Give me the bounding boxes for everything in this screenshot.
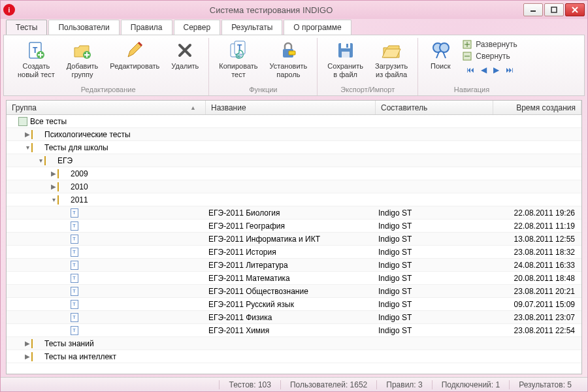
- nav-prev-icon[interactable]: ◀: [481, 65, 487, 74]
- folder-row[interactable]: ▾ЕГЭ: [7, 154, 581, 167]
- content-area: Группа▲ Название Составитель Время созда…: [6, 100, 582, 374]
- cell-date: 13.08.2011 12:55: [493, 235, 581, 244]
- folder-row[interactable]: ▾Тесты для школы: [7, 141, 581, 154]
- expander-icon[interactable]: ▶: [24, 353, 31, 360]
- test-row[interactable]: ЕГЭ-2011 ОбществознаниеIndigo ST23.08.20…: [7, 285, 581, 298]
- delete-icon: [174, 40, 195, 61]
- folder-icon: [57, 195, 68, 204]
- node-label: Тесты на интеллект: [44, 352, 116, 361]
- copy-test-button[interactable]: TКопироватьтест: [214, 38, 262, 81]
- status-users: Пользователей: 1652: [280, 380, 376, 389]
- col-name[interactable]: Название: [206, 101, 376, 114]
- cell-date: 22.08.2011 19:26: [493, 208, 581, 218]
- expander-icon[interactable]: ▶: [50, 183, 57, 190]
- nav-next-icon[interactable]: ▶: [493, 65, 499, 74]
- col-author[interactable]: Составитель: [376, 101, 493, 114]
- set-password-icon: [278, 40, 299, 61]
- expander-icon[interactable]: ▾: [50, 196, 57, 203]
- cell-name: ЕГЭ-2011 Информатика и ИКТ: [206, 235, 376, 244]
- cell-name: ЕГЭ-2011 Русский язык: [206, 300, 376, 309]
- cell-name: ЕГЭ-2011 История: [206, 248, 376, 257]
- folder-row[interactable]: ▶2009: [7, 167, 581, 180]
- cell-name: ЕГЭ-2011 Литература: [206, 261, 376, 270]
- test-row[interactable]: ЕГЭ-2011 МатематикаIndigo ST20.08.2011 1…: [7, 272, 581, 285]
- test-row[interactable]: ЕГЭ-2011 ГеографияIndigo ST22.08.2011 11…: [7, 220, 581, 233]
- folder-row[interactable]: Все тесты: [7, 115, 581, 128]
- nav-last-icon[interactable]: ⏭: [506, 65, 514, 74]
- ribbon-group-Функции: TКопироватьтестУстановитьпарольФункции: [209, 38, 318, 95]
- test-tree[interactable]: Все тесты▶Психологические тесты▾Тесты дл…: [7, 115, 581, 374]
- folder-row[interactable]: ▾2011: [7, 193, 581, 206]
- search-button[interactable]: Поиск: [423, 38, 457, 73]
- svg-rect-14: [341, 43, 350, 48]
- test-row[interactable]: ЕГЭ-2011 ЛитератураIndigo ST24.08.2011 1…: [7, 259, 581, 272]
- status-tests: Тестов: 103: [219, 380, 280, 389]
- edit-label: Редактировать: [110, 62, 159, 71]
- folder-icon: [31, 352, 42, 361]
- tab-Тесты[interactable]: Тесты: [6, 20, 47, 35]
- collapse-all-button[interactable]: Свернуть: [460, 51, 520, 61]
- folder-icon: [57, 169, 68, 178]
- col-group-label: Группа: [12, 103, 37, 112]
- search-icon: [430, 40, 451, 61]
- test-row[interactable]: ЕГЭ-2011 ИсторияIndigo ST23.08.2011 18:3…: [7, 246, 581, 259]
- expander-icon[interactable]: ▾: [24, 144, 31, 151]
- tab-О программе[interactable]: О программе: [284, 20, 351, 35]
- status-rules: Правил: 3: [376, 380, 431, 389]
- all-tests-icon: [18, 117, 27, 126]
- test-row[interactable]: ЕГЭ-2011 ХимияIndigo ST23.08.2011 22:54: [7, 324, 581, 337]
- test-icon: [71, 274, 78, 283]
- close-button[interactable]: [565, 3, 585, 16]
- delete-button[interactable]: Удалить: [167, 38, 203, 73]
- window-buttons: [523, 3, 585, 16]
- cell-author: Indigo ST: [376, 235, 493, 244]
- test-row[interactable]: ЕГЭ-2011 БиологияIndigo ST22.08.2011 19:…: [7, 206, 581, 220]
- cell-name: ЕГЭ-2011 Обществознание: [206, 287, 376, 296]
- edit-button[interactable]: Редактировать: [105, 38, 164, 73]
- test-row[interactable]: ЕГЭ-2011 Информатика и ИКТIndigo ST13.08…: [7, 233, 581, 246]
- folder-row[interactable]: ▶Тесты знаний: [7, 337, 581, 350]
- cell-name: ЕГЭ-2011 Биология: [206, 208, 376, 218]
- save-file-button[interactable]: Сохранитьв файл: [323, 38, 368, 81]
- copy-test-label: Копироватьтест: [219, 62, 257, 79]
- set-password-button[interactable]: Установитьпароль: [265, 38, 312, 81]
- svg-rect-16: [346, 44, 348, 48]
- tab-Сервер[interactable]: Сервер: [174, 20, 221, 35]
- folder-icon: [31, 130, 42, 139]
- tab-Пользователи[interactable]: Пользователи: [48, 20, 119, 35]
- load-file-button[interactable]: Загрузитьиз файла: [370, 38, 412, 81]
- cell-name: ЕГЭ-2011 Математика: [206, 274, 376, 283]
- col-date[interactable]: Время создания: [493, 101, 581, 114]
- add-group-label: Добавитьгруппу: [67, 62, 99, 79]
- add-group-button[interactable]: Добавитьгруппу: [62, 38, 103, 81]
- load-file-label: Загрузитьиз файла: [375, 62, 408, 79]
- expander-icon[interactable]: ▶: [24, 340, 31, 347]
- folder-row[interactable]: ▶2010: [7, 180, 581, 193]
- add-group-icon: [72, 40, 93, 61]
- folder-row[interactable]: ▶Психологические тесты: [7, 128, 581, 141]
- expander-icon[interactable]: ▾: [37, 157, 44, 164]
- minimize-button[interactable]: [523, 3, 543, 16]
- ribbon: TСоздатьновый тестДобавитьгруппуРедактир…: [3, 35, 585, 96]
- column-header: Группа▲ Название Составитель Время созда…: [7, 101, 581, 115]
- expander-icon[interactable]: ▶: [50, 170, 57, 177]
- test-row[interactable]: ЕГЭ-2011 Русский языкIndigo ST09.07.2011…: [7, 298, 581, 311]
- node-label: 2011: [71, 195, 88, 204]
- test-row[interactable]: ЕГЭ-2011 ФизикаIndigo ST23.08.2011 23:07: [7, 311, 581, 324]
- maximize-button[interactable]: [544, 3, 564, 16]
- new-test-icon: T: [25, 40, 46, 61]
- expander-icon[interactable]: ▶: [24, 131, 31, 138]
- nav-first-icon[interactable]: ⏮: [466, 65, 474, 74]
- new-test-button[interactable]: TСоздатьновый тест: [13, 38, 59, 81]
- tab-Правила[interactable]: Правила: [121, 20, 172, 35]
- expand-all-button[interactable]: Развернуть: [460, 39, 520, 50]
- ribbon-group-title: Экспорт/Импорт: [323, 84, 412, 95]
- svg-point-18: [440, 43, 449, 52]
- test-icon: [71, 313, 78, 322]
- tab-Результаты[interactable]: Результаты: [221, 20, 282, 35]
- new-test-label: Создатьновый тест: [18, 62, 55, 79]
- folder-row[interactable]: ▶Тесты на интеллект: [7, 350, 581, 363]
- main-window: i Система тестирования INDIGO ТестыПольз…: [0, 0, 588, 392]
- cell-date: 09.07.2011 15:09: [493, 300, 581, 309]
- col-group[interactable]: Группа▲: [7, 101, 206, 114]
